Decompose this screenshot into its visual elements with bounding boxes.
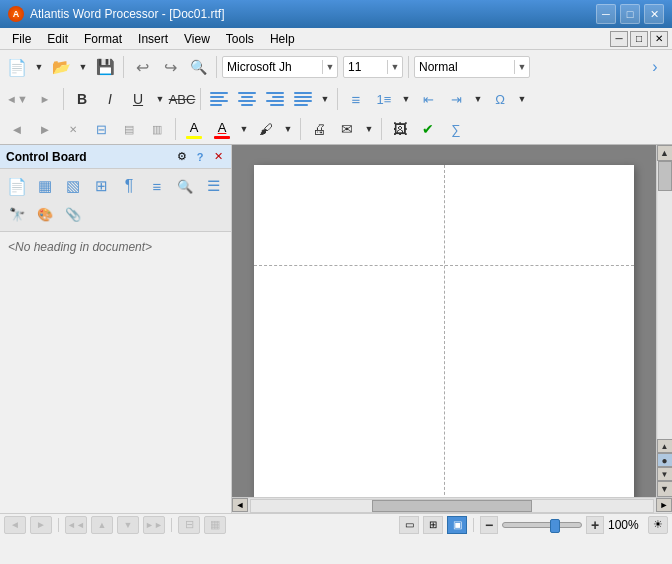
menu-tools[interactable]: Tools — [218, 30, 262, 48]
format-paint-button[interactable]: 🖌 — [253, 116, 279, 142]
nav-extra-3[interactable]: ▤ — [116, 116, 142, 142]
email-dropdown[interactable]: ▼ — [362, 116, 376, 142]
paint-dropdown[interactable]: ▼ — [281, 116, 295, 142]
sidebar-settings-icon[interactable]: ⚙ — [175, 150, 189, 164]
zoom-slider-thumb[interactable] — [550, 519, 560, 533]
review-button[interactable]: ∑ — [443, 116, 469, 142]
nav-down-button[interactable]: ►► — [143, 516, 165, 534]
menu-help[interactable]: Help — [262, 30, 303, 48]
font-selector[interactable]: Microsoft Jh ▼ — [222, 56, 338, 78]
sb-btn-col2[interactable]: ▧ — [60, 173, 86, 199]
close-button[interactable]: ✕ — [644, 4, 664, 24]
sb-btn-search[interactable]: 🔭 — [4, 201, 30, 227]
nav-extra-4[interactable]: ▥ — [144, 116, 170, 142]
scroll-down-arrow[interactable]: ▼ — [657, 481, 673, 497]
italic-button[interactable]: I — [97, 86, 123, 112]
sidebar-close-icon[interactable]: ✕ — [211, 150, 225, 164]
image-button[interactable]: 🖼 — [387, 116, 413, 142]
sb-btn-clip[interactable]: 📎 — [60, 201, 86, 227]
nav-right-1[interactable]: ► — [32, 116, 58, 142]
menu-close-btn[interactable]: ✕ — [650, 31, 668, 47]
nav-left-1[interactable]: ◄ — [4, 116, 30, 142]
nav-back-button[interactable]: ◄ — [4, 516, 26, 534]
underline-dropdown[interactable]: ▼ — [153, 86, 167, 112]
color-dropdown[interactable]: ▼ — [237, 116, 251, 142]
scroll-marker[interactable]: ● — [657, 453, 673, 467]
open-dropdown[interactable]: ▼ — [76, 54, 90, 80]
menu-edit[interactable]: Edit — [39, 30, 76, 48]
sb-btn-color[interactable]: 🎨 — [32, 201, 58, 227]
sb-btn-table[interactable]: ⊞ — [88, 173, 114, 199]
sb-btn-list[interactable]: ≡ — [144, 173, 170, 199]
nav-more[interactable]: ▦ — [204, 516, 226, 534]
menu-minimize-btn[interactable]: ─ — [610, 31, 628, 47]
new-button[interactable]: 📄 — [4, 54, 30, 80]
menu-maximize-btn[interactable]: □ — [630, 31, 648, 47]
nav-next-button[interactable]: ▲ — [91, 516, 113, 534]
open-button[interactable]: 📂 — [48, 54, 74, 80]
hscroll-left-arrow[interactable]: ◄ — [232, 498, 248, 512]
zoom-out-button[interactable]: − — [480, 516, 498, 534]
menu-file[interactable]: File — [4, 30, 39, 48]
scroll-next-page[interactable]: ▼ — [657, 467, 673, 481]
quick-nav-1[interactable]: ◄▼ — [4, 86, 30, 112]
nav-forward-button[interactable]: ► — [30, 516, 52, 534]
unordered-list-button[interactable]: ≡ — [343, 86, 369, 112]
style-dropdown-arrow[interactable]: ▼ — [515, 62, 529, 72]
nav-extra-2[interactable]: ⊟ — [88, 116, 114, 142]
scroll-track[interactable] — [658, 161, 672, 439]
align-left-button[interactable] — [206, 86, 232, 112]
special-chars-button[interactable]: Ω — [487, 86, 513, 112]
nav-extra[interactable]: ✕ — [60, 116, 86, 142]
scroll-thumb[interactable] — [658, 161, 672, 191]
undo-button[interactable]: ↩ — [129, 54, 155, 80]
expand-toolbar-button[interactable]: › — [642, 54, 668, 80]
align-dropdown[interactable]: ▼ — [318, 86, 332, 112]
document-page[interactable] — [254, 165, 634, 497]
scroll-prev-page[interactable]: ▲ — [657, 439, 673, 453]
nav-bookmark[interactable]: ⊟ — [178, 516, 200, 534]
print-button[interactable]: 🖨 — [306, 116, 332, 142]
hscroll-right-arrow[interactable]: ► — [656, 498, 672, 512]
sb-btn-para[interactable]: ¶ — [116, 173, 142, 199]
font-color-button[interactable]: A — [209, 116, 235, 142]
menu-insert[interactable]: Insert — [130, 30, 176, 48]
hscroll-track[interactable] — [250, 499, 654, 513]
indent-button[interactable]: ⇥ — [443, 86, 469, 112]
scroll-up-arrow[interactable]: ▲ — [657, 145, 673, 161]
sb-btn-zoom[interactable]: 🔍 — [172, 173, 198, 199]
list-dropdown[interactable]: ▼ — [399, 86, 413, 112]
view-print-button[interactable]: ▣ — [447, 516, 467, 534]
email-button[interactable]: ✉ — [334, 116, 360, 142]
align-justify-button[interactable] — [290, 86, 316, 112]
find-button[interactable]: 🔍 — [185, 54, 211, 80]
hscroll-thumb[interactable] — [372, 500, 533, 512]
zoom-slider[interactable] — [502, 522, 582, 528]
align-center-button[interactable] — [234, 86, 260, 112]
nav-prev-button[interactable]: ◄◄ — [65, 516, 87, 534]
view-web-button[interactable]: ⊞ — [423, 516, 443, 534]
menu-view[interactable]: View — [176, 30, 218, 48]
view-normal-button[interactable]: ▭ — [399, 516, 419, 534]
sb-btn-bullist[interactable]: ☰ — [200, 173, 226, 199]
size-selector[interactable]: 11 ▼ — [343, 56, 403, 78]
page-container[interactable] — [232, 145, 656, 497]
spell-button[interactable]: ✔ — [415, 116, 441, 142]
sb-btn-col[interactable]: ▦ — [32, 173, 58, 199]
quick-nav-2[interactable]: ► — [32, 86, 58, 112]
highlight-color-button[interactable]: A — [181, 116, 207, 142]
strikethrough-button[interactable]: ABC — [169, 86, 195, 112]
redo-button[interactable]: ↪ — [157, 54, 183, 80]
minimize-button[interactable]: ─ — [596, 4, 616, 24]
ordered-list-button[interactable]: 1≡ — [371, 86, 397, 112]
sidebar-help-icon[interactable]: ? — [193, 150, 207, 164]
outdent-button[interactable]: ⇤ — [415, 86, 441, 112]
save-button[interactable]: 💾 — [92, 54, 118, 80]
sb-btn-doc[interactable]: 📄 — [4, 173, 30, 199]
zoom-in-button[interactable]: + — [586, 516, 604, 534]
align-right-button[interactable] — [262, 86, 288, 112]
size-dropdown-arrow[interactable]: ▼ — [388, 62, 402, 72]
new-dropdown[interactable]: ▼ — [32, 54, 46, 80]
bold-button[interactable]: B — [69, 86, 95, 112]
maximize-button[interactable]: □ — [620, 4, 640, 24]
